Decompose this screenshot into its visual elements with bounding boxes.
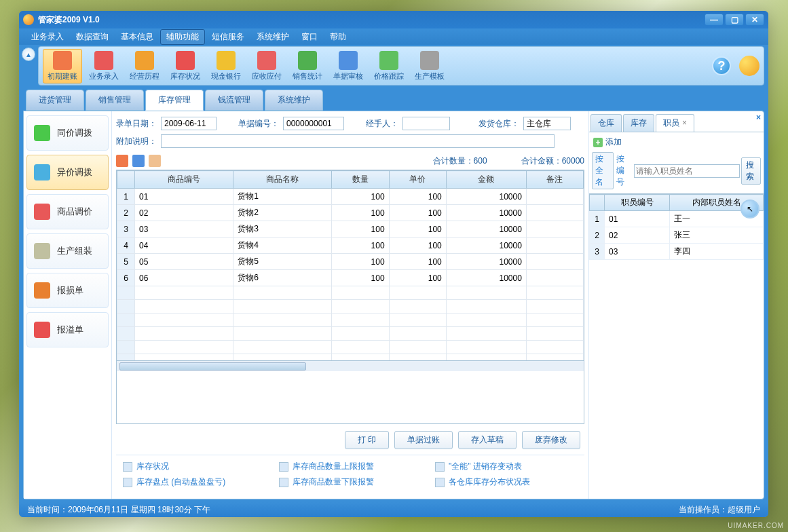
table-row[interactable] (117, 354, 584, 361)
main-grid[interactable]: 商品编号商品名称数量单价金额备注101货物110010010000202货物21… (116, 170, 584, 424)
nav-item[interactable]: 同价调拨 (26, 115, 109, 151)
table-row[interactable] (117, 300, 584, 314)
ribbon-item[interactable]: 库存状况 (166, 50, 204, 83)
grid-header[interactable]: 商品编号 (135, 171, 233, 189)
main-tab[interactable]: 钱流管理 (205, 90, 263, 111)
nav-item[interactable]: 报损单 (26, 273, 109, 308)
discard-button[interactable]: 废弃修改 (522, 431, 580, 449)
grid-header[interactable] (117, 171, 135, 189)
menu-item[interactable]: 帮助 (324, 30, 352, 44)
grid-header[interactable]: 内部职员姓名 (670, 195, 764, 211)
menu-item[interactable]: 基本信息 (115, 30, 159, 44)
table-row[interactable]: 202货物210010010000 (117, 205, 584, 221)
menu-item[interactable]: 辅助功能 (160, 29, 205, 45)
table-row[interactable] (117, 341, 584, 354)
close-button[interactable]: ✕ (745, 14, 764, 26)
nav-item[interactable]: 生产组装 (26, 233, 109, 269)
quick-link[interactable]: 库存盘点 (自动盘盈盘亏) (123, 476, 265, 488)
nav-label: 报损单 (57, 284, 83, 297)
add-button[interactable]: + 添加 (589, 132, 764, 152)
ribbon-item[interactable]: 价格跟踪 (370, 50, 408, 83)
horizontal-scrollbar[interactable] (117, 360, 584, 371)
quick-link[interactable]: 库存商品数量上限报警 (279, 461, 421, 472)
nav-item[interactable]: 报溢单 (26, 312, 109, 347)
table-row[interactable]: 606货物610010010000 (117, 270, 584, 286)
table-row[interactable]: 101货物110010010000 (117, 189, 584, 205)
nav-label: 同价调拨 (57, 127, 92, 139)
plus-icon: + (593, 138, 603, 147)
table-row[interactable]: 303货物310010010000 (117, 221, 584, 238)
ribbon-item[interactable]: 经营历程 (126, 50, 164, 83)
table-row[interactable] (117, 314, 584, 327)
menu-item[interactable]: 业务录入 (26, 30, 69, 44)
ribbon-item[interactable]: 销售统计 (288, 50, 326, 83)
table-row[interactable]: 505货物510010010000 (117, 254, 584, 270)
grid-header[interactable]: 单价 (389, 171, 446, 189)
panel-close-icon[interactable]: × (756, 113, 761, 122)
main-tab[interactable]: 系统维护 (265, 90, 323, 111)
right-tab[interactable]: 仓库 (590, 114, 622, 132)
menu-item[interactable]: 短信服务 (206, 30, 250, 44)
quick-link[interactable]: 各仓库库存分布状况表 (435, 476, 578, 488)
menu-item[interactable]: 系统维护 (251, 30, 295, 44)
minimize-button[interactable]: — (705, 14, 724, 26)
ribbon-item[interactable]: 业务录入 (85, 50, 123, 83)
draft-button[interactable]: 存入草稿 (458, 431, 517, 449)
table-row[interactable] (117, 286, 584, 300)
table-row[interactable] (117, 327, 584, 341)
grid-header[interactable]: 备注 (526, 171, 583, 189)
date-input[interactable] (161, 117, 217, 130)
search-by-code-link[interactable]: 按编号 (615, 153, 633, 188)
search-input[interactable] (634, 164, 740, 178)
post-button[interactable]: 单据过账 (394, 431, 453, 449)
tab-close-icon[interactable]: × (682, 118, 687, 128)
table-row[interactable]: 303李四 (590, 244, 764, 260)
grid-header[interactable]: 职员编号 (605, 195, 670, 211)
warehouse-input[interactable] (523, 117, 571, 130)
handler-input[interactable] (402, 117, 450, 130)
doc-input[interactable] (283, 117, 344, 130)
total-qty-value: 600 (474, 156, 487, 166)
ribbon-label: 初期建账 (48, 71, 77, 81)
right-grid[interactable]: 职员编号内部职员姓名101王一202张三303李四 ↖ (589, 193, 764, 499)
grid-tool-icon[interactable] (132, 155, 145, 167)
nav-item[interactable]: 商品调价 (26, 194, 109, 229)
left-nav: 同价调拨异价调拨商品调价生产组装报损单报溢单 (24, 111, 112, 499)
print-button[interactable]: 打 印 (345, 431, 389, 449)
help-icon[interactable]: ? (712, 56, 731, 75)
table-row[interactable]: 202张三 (590, 227, 764, 244)
select-person-icon[interactable] (149, 155, 161, 167)
grid-header[interactable] (590, 195, 605, 211)
ribbon-item[interactable]: 应收应付 (248, 50, 286, 83)
quick-link[interactable]: "全能" 进销存变动表 (435, 461, 578, 472)
list-icon (435, 462, 445, 472)
menu-item[interactable]: 数据查询 (71, 30, 114, 44)
grid-header[interactable]: 金额 (446, 171, 526, 189)
grid-header[interactable]: 商品名称 (233, 171, 332, 189)
list-icon (123, 462, 132, 472)
quick-link[interactable]: 库存商品数量下限报警 (279, 476, 421, 488)
ribbon-item[interactable]: 单据审核 (329, 50, 367, 83)
main-tab[interactable]: 库存管理 (145, 90, 204, 111)
main-tab[interactable]: 销售管理 (86, 90, 144, 111)
table-row[interactable]: 404货物410010010000 (117, 238, 584, 254)
nav-item[interactable]: 异价调拨 (26, 155, 109, 190)
ribbon-icon (217, 51, 236, 70)
ribbon-item[interactable]: 生产模板 (411, 50, 449, 83)
main-tab[interactable]: 进货管理 (26, 90, 84, 111)
search-by-name-link[interactable]: 按全名 (592, 152, 614, 189)
menu-item[interactable]: 窗口 (296, 30, 323, 44)
note-input[interactable] (161, 134, 555, 148)
status-bar: 当前时间：2009年06月11日 星期四 18时30分 下午 当前操作员：超级用… (19, 502, 768, 517)
ribbon-item[interactable]: 现金银行 (207, 50, 245, 83)
ribbon-collapse-button[interactable]: ▲ (22, 48, 35, 61)
table-row[interactable]: 101王一 (590, 211, 764, 227)
maximize-button[interactable]: ▢ (725, 14, 744, 26)
ribbon-item[interactable]: 初期建账 (43, 49, 82, 83)
quick-link[interactable]: 库存状况 (123, 461, 265, 472)
search-button[interactable]: 搜索 (741, 157, 761, 185)
right-tab[interactable]: 职员× (656, 114, 694, 132)
select-product-icon[interactable] (116, 155, 128, 167)
grid-header[interactable]: 数量 (332, 171, 389, 189)
right-tab[interactable]: 库存 (623, 114, 654, 132)
